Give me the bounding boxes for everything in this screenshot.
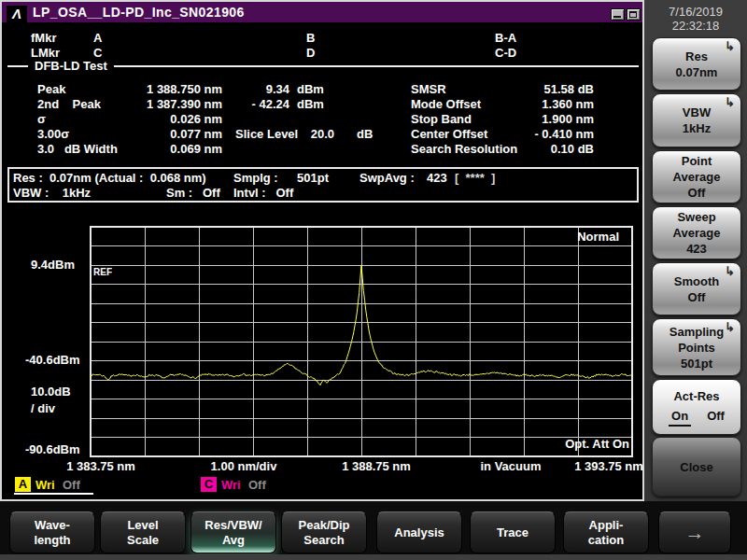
ref-line-marker: REF (93, 267, 112, 277)
menu-label: Scale (101, 533, 185, 548)
softkey-value: 1kHz (653, 120, 740, 136)
trace-mode-badge: Normal (544, 230, 619, 244)
x-axis-stop-label: 1 393.75 nm (574, 459, 643, 473)
softkey-label: Close (653, 459, 740, 475)
menu-label: Wave- (10, 518, 94, 533)
softkey-smooth[interactable]: ↳ Smooth Off (652, 262, 741, 315)
submenu-arrow-icon: ↳ (725, 40, 735, 52)
trace-a-state: Off (63, 478, 80, 492)
y-axis-bottom-label: -90.6dBm (25, 442, 80, 456)
x-axis-medium-label: in Vacuum (480, 459, 541, 473)
softkey-label: Sweep (653, 209, 740, 225)
menu-label: length (10, 533, 94, 548)
act-res-off-option[interactable]: Off (707, 408, 725, 427)
trace-c-state: Off (248, 478, 266, 492)
softkey-label: Average (653, 169, 740, 185)
menu-label: Peak/Dip (282, 518, 366, 533)
menu-label: Search (282, 533, 366, 548)
softkey-value: Off (653, 185, 740, 201)
softkey-value: 423 (653, 241, 740, 257)
y-axis-scale-unit: / div (31, 401, 55, 415)
submenu-arrow-icon: ↳ (725, 265, 735, 277)
softkey-sampling-points[interactable]: ↳ Sampling Points 501pt (652, 318, 741, 376)
softkey-point-average[interactable]: Point Average Off (652, 150, 741, 203)
softkey-label: Points (653, 340, 740, 356)
softkey-value: Off (653, 289, 740, 305)
menu-res-vbw-avg[interactable]: Res/VBW/ Avg (190, 511, 276, 553)
y-axis-scale-label: 10.0dB (31, 385, 71, 399)
y-axis-mid-label: -40.6dBm (25, 353, 80, 367)
menu-trace[interactable]: Trace (470, 511, 556, 553)
menu-peak-dip-search[interactable]: Peak/Dip Search (281, 511, 367, 553)
menu-label: Level (101, 518, 185, 533)
menu-wavelength[interactable]: Wave- length (9, 511, 95, 553)
system-date: 7/16/2019 (644, 5, 747, 19)
x-axis-div-label: 1.00 nm/div (211, 459, 277, 473)
softkey-label: Point (653, 153, 740, 169)
act-res-on-option[interactable]: On (669, 408, 691, 427)
menu-more-pages-button[interactable]: → (658, 511, 731, 553)
softkey-value: 0.07nm (653, 64, 740, 80)
softkey-value: 501pt (653, 356, 740, 371)
spectrum-plot (0, 0, 644, 501)
menu-label: Res/VBW/ (191, 518, 275, 533)
softkey-sweep-average[interactable]: Sweep Average 423 (652, 206, 741, 259)
softkey-res[interactable]: ↳ Res 0.07nm (652, 37, 741, 91)
softkey-label: Average (653, 225, 740, 241)
x-axis-start-label: 1 383.75 nm (66, 459, 135, 473)
submenu-arrow-icon: ↳ (725, 321, 735, 333)
softkey-close[interactable]: Close (652, 437, 741, 497)
menu-level-scale[interactable]: Level Scale (100, 511, 186, 553)
menu-label: cation (564, 533, 648, 548)
menu-label: Avg (191, 533, 275, 548)
softkey-act-res[interactable]: Act-Res On Off (652, 379, 741, 435)
softkey-vbw[interactable]: ↳ VBW 1kHz (652, 93, 741, 147)
menu-application[interactable]: Appli- cation (563, 511, 649, 553)
x-axis-center-label: 1 388.75 nm (342, 459, 411, 473)
softkey-label: Act-Res (653, 388, 740, 404)
submenu-arrow-icon: ↳ (725, 96, 735, 108)
bottom-bezel (0, 554, 747, 560)
menu-analysis[interactable]: Analysis (376, 511, 462, 553)
y-axis-ref-label: 9.4dBm (31, 258, 75, 272)
trace-c-mode: Wri (221, 478, 241, 492)
menu-label: Trace (471, 525, 555, 540)
optical-attenuator-status: Opt. Att On (523, 437, 629, 451)
active-trace-underline (14, 493, 93, 495)
trace-c-badge: C (201, 477, 217, 492)
system-time: 22:32:18 (644, 19, 747, 33)
more-menu-arrow-icon: → (659, 525, 730, 540)
trace-a-mode: Wri (35, 478, 55, 492)
menu-label: Appli- (564, 518, 648, 533)
trace-a-badge: A (15, 477, 31, 492)
menu-label: Analysis (377, 525, 461, 540)
